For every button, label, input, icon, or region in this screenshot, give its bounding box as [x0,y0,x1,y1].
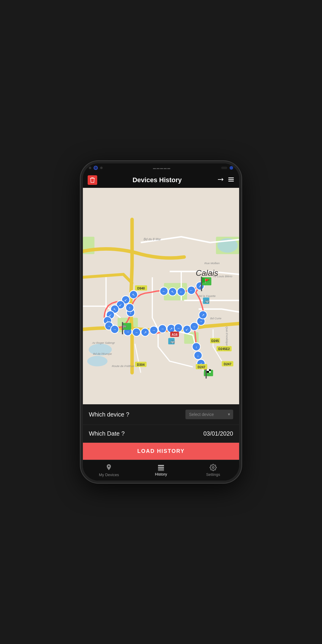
load-history-button[interactable]: LOAD HISTORY [83,443,239,460]
svg-text:Bd la Fayette: Bd la Fayette [199,294,216,298]
dot-1 [89,167,91,169]
page-title: Devices History [101,176,213,184]
svg-text:←: ← [162,289,166,293]
nav-item-settings[interactable]: Settings [187,460,239,481]
svg-text:Rue Mollien: Rue Mollien [205,261,220,265]
svg-text:←: ← [179,290,183,294]
svg-text:Bd du 8 Mar: Bd du 8 Mar [144,237,161,241]
svg-text:↓: ↓ [197,354,199,357]
svg-text:Av Roger Salengr: Av Roger Salengr [92,341,115,344]
svg-text:↖: ↖ [171,290,174,294]
device-dropdown-wrapper[interactable]: Select device ▼ [185,410,233,419]
phone-frame: ▬▬▬▬▬ Devices History [80,161,242,483]
svg-text:↓: ↓ [195,345,197,349]
map-view[interactable]: ↗ ← ← ↖ ← ↖ ↙ ↙ ↖ [83,188,239,404]
volume-button [80,223,82,235]
header-actions [217,176,234,184]
svg-point-11 [87,356,108,366]
date-value[interactable]: 03/01/2020 [203,430,233,437]
svg-text:↗: ↗ [144,330,147,334]
sensor [230,166,233,170]
svg-text:Calais: Calais [196,268,218,278]
nav-item-my-devices[interactable]: My Devices [83,460,135,481]
svg-text:🏁: 🏁 [123,325,127,329]
svg-text:D245: D245 [211,339,219,343]
notch-center: ▬▬▬▬▬ [153,166,171,170]
svg-text:↖: ↖ [132,293,135,297]
device-row: Which device ? Select device ▼ [83,404,239,425]
device-label: Which device ? [89,411,129,418]
power-button [240,217,242,235]
svg-text:→: → [135,330,138,334]
svg-text:→: → [113,327,117,331]
svg-text:D245E2: D245E2 [218,347,230,351]
svg-rect-78 [207,371,209,373]
svg-text:←: ← [190,288,193,292]
svg-text:↗: ↗ [202,313,205,317]
svg-text:→: → [126,330,130,334]
notch-left [89,166,103,170]
speaker [221,167,227,169]
nav-item-history[interactable]: History [135,460,187,481]
svg-text:↙: ↙ [119,303,122,307]
svg-text:A16: A16 [172,333,178,336]
svg-text:D247: D247 [198,365,205,369]
controls-panel: Which device ? Select device ▼ Which Dat… [83,404,239,460]
svg-text:🚌: 🚌 [205,298,210,303]
delete-button[interactable] [88,175,97,185]
svg-text:→: → [177,326,180,330]
date-row: Which Date ? 03/01/2020 [83,425,239,443]
svg-text:D304: D304 [137,363,145,366]
svg-text:→: → [193,325,196,329]
status-bar: ▬▬▬▬▬ [83,163,239,172]
svg-text:Bd Curie: Bd Curie [210,317,222,320]
svg-rect-79 [209,371,211,373]
menu-button[interactable] [228,176,234,184]
svg-text:↙: ↙ [109,313,112,317]
front-camera [94,166,98,170]
svg-text:D940: D940 [137,287,145,290]
svg-text:Route de Fréthun: Route de Fréthun [112,364,134,368]
share-button[interactable] [217,176,224,184]
date-label: Which Date ? [89,430,125,437]
phone-screen: Devices History [83,172,239,481]
notch-right [221,166,233,170]
svg-text:→: → [152,328,156,332]
history-list-icon [157,464,165,471]
svg-text:🚩: 🚩 [205,278,210,284]
svg-text:↑: ↑ [129,306,131,310]
nav-label-settings: Settings [206,472,220,477]
svg-text:D247: D247 [224,362,231,366]
svg-text:→: → [107,324,111,328]
app-header: Devices History [83,172,239,188]
svg-text:→: → [199,319,203,323]
nav-label-my-devices: My Devices [99,473,119,477]
nav-label-history: History [155,472,167,476]
svg-text:↙: ↙ [185,327,188,331]
svg-text:↗: ↗ [170,327,173,331]
svg-text:↙: ↙ [124,298,127,302]
bottom-navigation: My Devices History Settings [83,460,239,481]
svg-text:↖: ↖ [113,307,116,311]
device-select[interactable]: Select device [185,410,233,419]
svg-text:🚌: 🚌 [170,339,175,344]
location-icon [105,464,112,471]
svg-text:Quai d'Amérique: Quai d'Amérique [225,326,228,346]
svg-text:→: → [161,327,164,331]
svg-text:Bd de l'Europe: Bd de l'Europe [93,352,112,355]
svg-rect-77 [209,369,211,371]
settings-gear-icon [210,464,217,471]
svg-rect-76 [207,369,209,371]
svg-rect-71 [201,277,202,291]
dot-2 [100,167,103,169]
